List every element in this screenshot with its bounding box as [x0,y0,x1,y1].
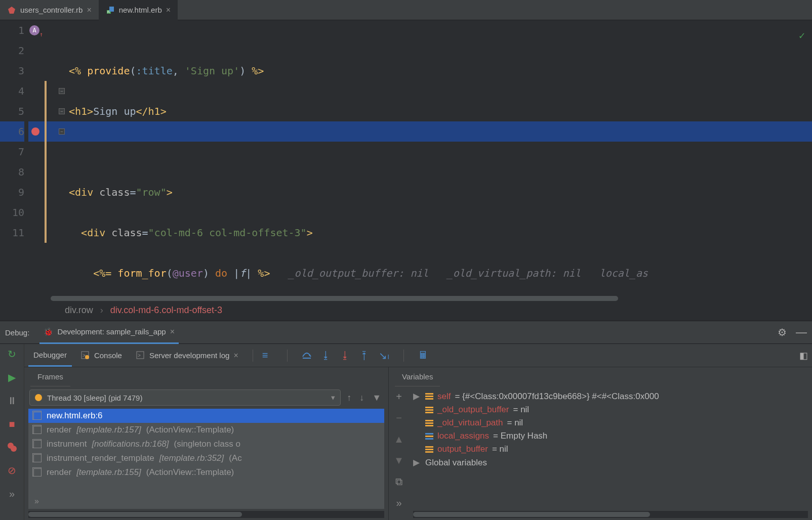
breakpoint-gutter[interactable]: A↑ [28,20,45,295]
object-icon [425,446,433,453]
close-icon[interactable]: × [166,6,171,15]
chevron-right-icon: › [100,305,103,316]
move-down-icon[interactable]: ▼ [393,454,405,466]
variable-row[interactable]: ▶ self = {#<Class:0x00007fd13c9be668>} #… [409,389,812,403]
fold-toggle-icon[interactable]: − [59,128,65,135]
frame-item[interactable]: instrument_render_template [template.rb:… [28,451,384,465]
prev-frame-icon[interactable]: ↑ [345,393,353,403]
ruby-file-icon [7,6,16,15]
erb-file-icon: R [106,6,115,15]
stack-frame-icon [33,426,42,434]
mute-breakpoints-icon[interactable]: ⊘ [6,464,18,476]
more-icon[interactable]: » [34,497,39,506]
tab-debugger[interactable]: Debugger [28,344,72,367]
view-breakpoints-icon[interactable] [6,441,18,453]
frame-item[interactable]: new.html.erb:6 [28,409,384,423]
stack-frame-icon [33,440,42,448]
vars-toolbar: + − ▲ ▼ ⧉ » [389,386,409,509]
author-badge-icon: A [29,25,39,35]
change-gutter [45,20,59,295]
debug-tabs: Debugger > Console > Server development … [24,344,812,367]
crumb-row[interactable]: div.row [65,305,93,316]
debug-toolwindow: ↻ ▶ ⏸ ■ ⊘ » Debugger > Console > Server … [0,344,812,520]
variables-panel: Variables + − ▲ ▼ ⧉ » ▶ [389,367,812,520]
expand-icon[interactable]: ▶ [413,391,421,402]
frames-title: Frames [30,367,70,386]
tab-new-html-erb[interactable]: R new.html.erb × [99,0,178,20]
frame-item[interactable]: render [template.rb:157] (ActionView::Te… [28,423,384,437]
filter-icon[interactable]: ▼ [370,393,383,403]
step-over-icon[interactable] [302,350,312,361]
stack-frame-icon [33,454,42,462]
line-number-gutter: 1 2 3 4 5 6 7 8 9 10 11 [0,20,28,295]
thread-selector[interactable]: Thread 30 [sleep] (pid 7479) ▾ [29,389,341,406]
move-up-icon[interactable]: ▲ [393,433,405,445]
variables-title: Variables [395,367,440,386]
variable-row[interactable]: _old_virtual_path = nil [409,416,812,429]
fold-toggle-icon[interactable]: − [59,108,65,114]
frame-item[interactable]: instrument [notifications.rb:168] (singl… [28,437,384,451]
thread-status-icon [35,394,42,401]
variable-row[interactable]: _old_output_buffer = nil [409,403,812,416]
frames-list[interactable]: new.html.erb:6 render [template.rb:157] … [28,409,384,509]
pause-icon[interactable]: ⏸ [6,395,18,407]
show-execution-point-icon[interactable]: ≡ [262,350,268,361]
variable-row[interactable]: local_assigns = Empty Hash [409,429,812,443]
debug-side-toolbar: ↻ ▶ ⏸ ■ ⊘ » [0,344,24,520]
step-into-icon[interactable]: ⭳ [321,350,331,361]
remove-watch-icon[interactable]: − [393,412,405,424]
console-icon: > [81,351,90,360]
step-out-icon[interactable]: ⭱ [359,350,370,361]
fold-gutter[interactable]: − − − [59,20,68,295]
debug-config-tab[interactable]: 🐞 Development: sample_rails_app × [39,321,179,344]
svg-point-5 [11,446,17,452]
debug-label: Debug: [5,328,29,337]
svg-text:>: > [138,353,141,358]
stack-frame-icon [33,468,42,476]
breakpoint-icon[interactable] [31,127,39,136]
object-icon [425,420,433,426]
frames-panel: Frames Thread 30 [sleep] (pid 7479) ▾ ↑ … [24,367,389,520]
layout-settings-icon[interactable]: ◧ [799,350,808,361]
close-icon[interactable]: × [170,327,175,336]
close-icon[interactable]: × [233,351,238,360]
minimize-icon[interactable]: — [796,326,807,339]
next-frame-icon[interactable]: ↓ [357,393,366,403]
resume-icon[interactable]: ▶ [6,371,18,383]
run-to-cursor-icon[interactable]: ↘I [379,350,389,362]
gear-icon[interactable]: ⚙ [778,326,787,338]
object-icon [425,393,433,400]
svg-marker-0 [8,7,15,14]
frame-item[interactable]: render [template.rb:155] (ActionView::Te… [28,465,384,480]
evaluate-expression-icon[interactable]: 🖩 [418,350,428,361]
tab-label: users_controller.rb [20,6,83,14]
copy-icon[interactable]: ⧉ [393,475,405,488]
variable-row[interactable]: ▶ Global variables [409,456,812,469]
code-content[interactable]: <% provide(:title, 'Sign up') %> <h1>Sig… [68,20,812,295]
breadcrumb: div.row › div.col-md-6.col-md-offset-3 [0,302,812,321]
tab-console[interactable]: > Console [76,344,127,367]
variables-tree[interactable]: ▶ self = {#<Class:0x00007fd13c9be668>} #… [409,386,812,509]
more-icon[interactable]: » [6,488,18,500]
crumb-col[interactable]: div.col-md-6.col-md-offset-3 [110,305,222,316]
rerun-icon[interactable]: ↻ [6,348,18,360]
fold-toggle-icon[interactable]: − [59,88,65,94]
expand-icon[interactable]: ▶ [413,457,421,468]
tab-server-log[interactable]: > Server development log × [131,344,243,367]
step-controls: ⭳ ⭳ ⭱ ↘I 🖩 [282,350,428,362]
variable-row[interactable]: output_buffer = nil [409,443,812,456]
hash-icon [425,433,433,440]
tab-label: new.html.erb [119,6,162,14]
chevron-down-icon: ▾ [331,393,335,402]
more-icon[interactable]: » [393,497,405,509]
force-step-into-icon[interactable]: ⭳ [340,350,350,361]
editor-tabbar: users_controller.rb × R new.html.erb × [0,0,812,20]
close-icon[interactable]: × [87,6,91,15]
add-watch-icon[interactable]: + [393,391,405,403]
tab-users-controller[interactable]: users_controller.rb × [0,0,99,20]
horizontal-scrollbar[interactable] [51,295,807,299]
svg-rect-3 [109,7,114,12]
code-editor[interactable]: ✓ 1 2 3 4 5 6 7 8 9 10 11 A↑ [0,20,812,295]
stop-icon[interactable]: ■ [6,418,18,430]
object-icon [425,407,433,413]
